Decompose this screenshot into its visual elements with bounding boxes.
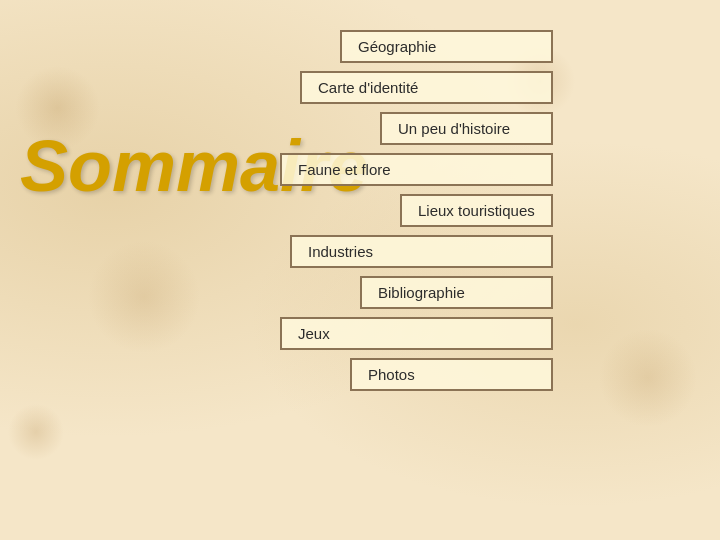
menu-item-industries[interactable]: Industries	[290, 235, 553, 268]
menu-item-photos[interactable]: Photos	[350, 358, 553, 391]
menu-item-jeux[interactable]: Jeux	[280, 317, 553, 350]
menu-item-geographie[interactable]: Géographie	[340, 30, 553, 63]
menu-list: GéographieCarte d'identitéUn peu d'histo…	[280, 30, 553, 391]
menu-item-histoire[interactable]: Un peu d'histoire	[380, 112, 553, 145]
menu-item-carte[interactable]: Carte d'identité	[300, 71, 553, 104]
menu-item-bibliographie[interactable]: Bibliographie	[360, 276, 553, 309]
menu-item-lieux[interactable]: Lieux touristiques	[400, 194, 553, 227]
menu-item-faune[interactable]: Faune et flore	[280, 153, 553, 186]
